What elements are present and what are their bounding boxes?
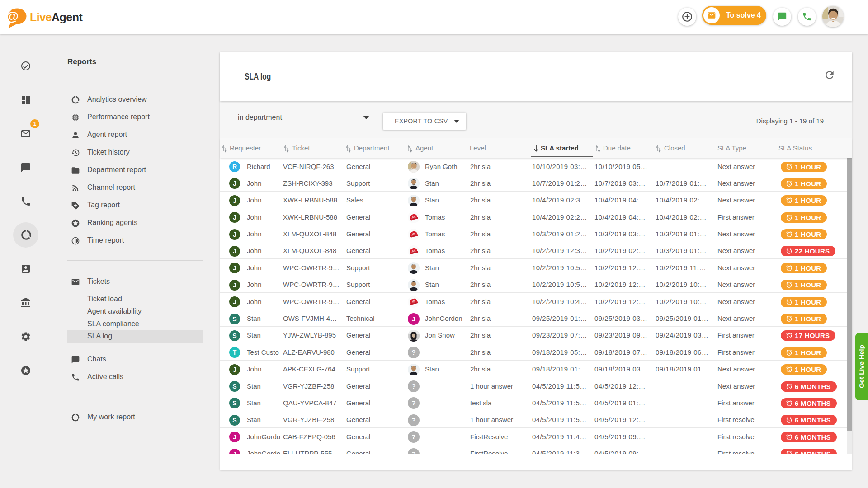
svg-text:@: @ [6, 9, 19, 23]
